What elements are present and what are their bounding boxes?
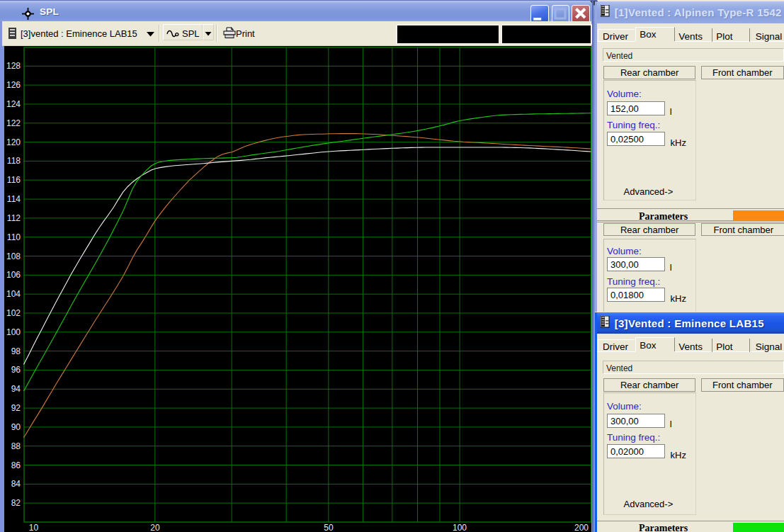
svg-text:90: 90 (11, 422, 21, 432)
svg-text:116: 116 (6, 175, 20, 185)
svg-text:92: 92 (11, 403, 21, 413)
svg-text:96: 96 (11, 365, 21, 375)
svg-text:10: 10 (28, 523, 38, 532)
svg-text:200: 200 (574, 523, 588, 532)
svg-text:106: 106 (6, 270, 20, 280)
svg-text:110: 110 (6, 232, 20, 242)
svg-text:100: 100 (6, 327, 20, 337)
svg-text:88: 88 (11, 441, 21, 451)
svg-text:100: 100 (452, 523, 466, 532)
svg-text:102: 102 (6, 308, 20, 318)
svg-text:20: 20 (150, 523, 160, 532)
svg-text:82: 82 (11, 498, 21, 508)
svg-text:104: 104 (6, 289, 20, 299)
svg-text:128: 128 (6, 61, 20, 71)
svg-text:84: 84 (11, 479, 21, 489)
svg-text:50: 50 (324, 523, 334, 532)
svg-text:94: 94 (11, 384, 21, 394)
svg-text:86: 86 (11, 460, 21, 470)
svg-text:112: 112 (6, 213, 20, 223)
svg-text:120: 120 (6, 137, 20, 147)
svg-text:114: 114 (6, 194, 20, 204)
svg-text:126: 126 (6, 80, 20, 90)
svg-text:118: 118 (6, 156, 20, 166)
svg-text:98: 98 (11, 346, 21, 356)
svg-text:122: 122 (6, 118, 20, 128)
svg-text:124: 124 (6, 99, 20, 109)
svg-text:108: 108 (6, 251, 20, 261)
